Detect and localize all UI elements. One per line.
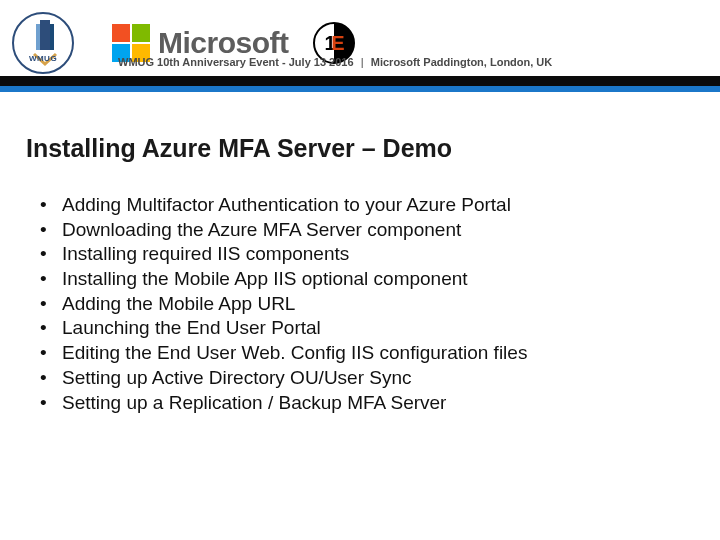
slide-body: Installing Azure MFA Server – Demo Addin… <box>0 86 720 415</box>
one-e-digit-e: E <box>331 32 344 55</box>
tagline-separator: | <box>361 56 364 68</box>
list-item: Installing the Mobile App IIS optional c… <box>40 267 694 292</box>
header-tagline: WMUG 10th Anniversary Event - July 13 20… <box>118 56 552 68</box>
slide-title: Installing Azure MFA Server – Demo <box>26 134 694 163</box>
list-item: Installing required IIS components <box>40 242 694 267</box>
tagline-location: Microsoft Paddington, London, UK <box>371 56 552 68</box>
list-item: Setting up a Replication / Backup MFA Se… <box>40 391 694 416</box>
wmug-label: WMUG <box>29 54 57 63</box>
list-item: Launching the End User Portal <box>40 316 694 341</box>
slide: WMUG Microsoft 1 E WMUG 10th Anniversary… <box>0 0 720 540</box>
tagline-event: WMUG 10th Anniversary Event - July 13 20… <box>118 56 354 68</box>
header-band: WMUG Microsoft 1 E WMUG 10th Anniversary… <box>0 0 720 86</box>
header-accent-bar <box>0 86 720 92</box>
list-item: Setting up Active Directory OU/User Sync <box>40 366 694 391</box>
header-bottom-bar <box>0 76 720 86</box>
bullet-list: Adding Multifactor Authentication to you… <box>26 193 694 415</box>
list-item: Editing the End User Web. Config IIS con… <box>40 341 694 366</box>
list-item: Adding the Mobile App URL <box>40 292 694 317</box>
wmug-logo-svg <box>14 14 74 74</box>
list-item: Downloading the Azure MFA Server compone… <box>40 218 694 243</box>
svg-rect-1 <box>36 24 40 50</box>
list-item: Adding Multifactor Authentication to you… <box>40 193 694 218</box>
microsoft-wordmark: Microsoft <box>158 26 289 60</box>
svg-rect-0 <box>40 20 50 50</box>
svg-rect-2 <box>50 24 54 50</box>
wmug-logo: WMUG <box>12 12 74 74</box>
